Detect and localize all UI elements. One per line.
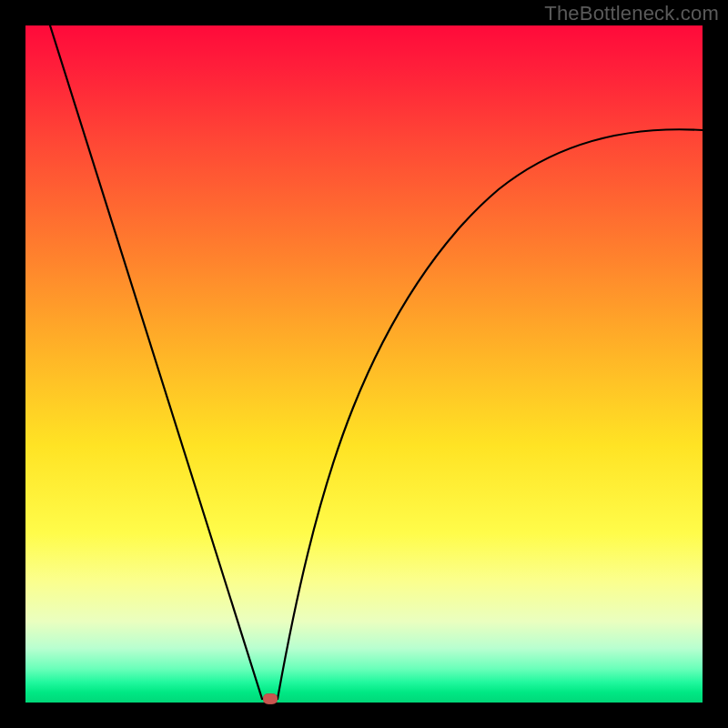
- chart-frame: TheBottleneck.com: [0, 0, 728, 728]
- watermark-text: TheBottleneck.com: [544, 2, 719, 25]
- curve-right-branch: [278, 129, 703, 699]
- curve-left-branch: [50, 25, 262, 699]
- optimal-point-marker: [263, 693, 278, 704]
- bottleneck-curve: [25, 25, 703, 703]
- plot-area: [25, 25, 703, 703]
